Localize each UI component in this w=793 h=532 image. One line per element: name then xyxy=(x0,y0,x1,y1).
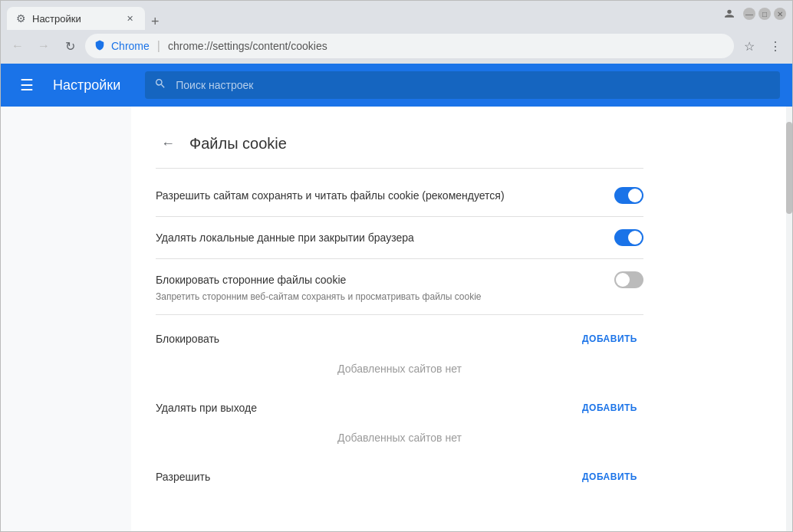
tabs-area: ⚙ Настройки ✕ + xyxy=(7,1,716,30)
toggle-allow-cookies-slider xyxy=(614,187,643,204)
settings-search-box[interactable] xyxy=(145,71,780,99)
browser-menu-button[interactable]: ⋮ xyxy=(765,35,786,57)
tab-icon: ⚙ xyxy=(16,12,26,25)
section-delete-on-exit-empty-message: Добавленных сайтов нет xyxy=(156,422,643,453)
settings-page: ← Файлы cookie Разрешить сайтам сохранят… xyxy=(131,107,668,504)
section-block-label: Блокировать xyxy=(156,333,219,345)
section-allow-label: Разрешить xyxy=(156,471,210,483)
section-allow-add-button[interactable]: ДОБАВИТЬ xyxy=(576,468,643,485)
forward-button[interactable]: → xyxy=(33,35,54,57)
window-controls: — □ ✕ xyxy=(719,1,786,30)
bookmark-icon: ☆ xyxy=(744,39,755,54)
setting-allow-cookies-label: Разрешить сайтам сохранять и читать файл… xyxy=(156,189,505,202)
setting-block-third-party-label: Блокировать сторонние файлы cookie xyxy=(156,274,346,286)
back-icon: ← xyxy=(12,39,24,53)
scrollbar-thumb[interactable] xyxy=(786,122,792,214)
active-tab[interactable]: ⚙ Настройки ✕ xyxy=(7,7,145,30)
toggle-allow-cookies[interactable] xyxy=(614,187,643,204)
tab-title: Настройки xyxy=(32,13,117,25)
reload-button[interactable]: ↻ xyxy=(59,35,81,57)
toggle-delete-on-close[interactable] xyxy=(614,229,643,246)
section-block-header: Блокировать ДОБАВИТЬ xyxy=(156,315,643,353)
svg-point-0 xyxy=(727,10,731,14)
toggle-delete-on-close-slider xyxy=(614,229,643,246)
settings-header-bar: ☰ Настройки xyxy=(1,64,792,107)
page-back-button[interactable]: ← xyxy=(156,131,180,156)
scrollbar-track[interactable] xyxy=(786,107,792,531)
browser-toolbar: ← → ↻ Chrome | chrome://settings/content… xyxy=(1,30,792,64)
new-tab-button[interactable]: + xyxy=(145,14,160,30)
search-icon xyxy=(154,77,166,93)
section-block-add-button[interactable]: ДОБАВИТЬ xyxy=(576,330,643,347)
section-delete-on-exit-add-button[interactable]: ДОБАВИТЬ xyxy=(576,399,643,416)
maximize-button[interactable]: □ xyxy=(758,8,771,20)
browser-menu-icon: ⋮ xyxy=(769,39,781,54)
setting-block-third-party-sublabel: Запретить сторонним веб-сайтам сохранять… xyxy=(156,291,643,302)
bookmark-button[interactable]: ☆ xyxy=(739,35,760,57)
address-bar[interactable]: Chrome | chrome://settings/content/cooki… xyxy=(85,34,734,58)
forward-icon: → xyxy=(38,39,50,53)
toggle-block-third-party[interactable] xyxy=(614,271,643,288)
minimize-button[interactable]: — xyxy=(743,8,755,20)
hamburger-icon: ☰ xyxy=(20,76,34,94)
setting-block-third-party: Блокировать сторонние файлы cookie Запре… xyxy=(156,259,643,315)
address-url: chrome://settings/content/cookies xyxy=(168,40,327,52)
page-title: Файлы cookie xyxy=(189,135,287,153)
back-button[interactable]: ← xyxy=(7,35,28,57)
reload-icon: ↻ xyxy=(65,39,75,54)
new-tab-icon: + xyxy=(151,14,160,30)
section-allow-header: Разрешить ДОБАВИТЬ xyxy=(156,453,643,491)
settings-page-area: ← Файлы cookie Разрешить сайтам сохранят… xyxy=(131,107,786,531)
browser-name-label: Chrome xyxy=(111,40,150,52)
toggle-block-third-party-slider xyxy=(614,271,643,288)
search-input[interactable] xyxy=(176,79,771,91)
page-header: ← Файлы cookie xyxy=(156,119,643,169)
section-delete-on-exit-label: Удалять при выходе xyxy=(156,402,257,414)
section-block-empty-message: Добавленных сайтов нет xyxy=(156,353,643,384)
section-delete-on-exit-header: Удалять при выходе ДОБАВИТЬ xyxy=(156,384,643,422)
setting-delete-on-close: Удалять локальные данные при закрытии бр… xyxy=(156,217,643,259)
browser-window: ⚙ Настройки ✕ + — □ ✕ ← → ↻ xyxy=(0,0,793,532)
setting-delete-on-close-label: Удалять локальные данные при закрытии бр… xyxy=(156,232,414,244)
section-block-empty: Добавленных сайтов нет xyxy=(156,353,643,384)
setting-block-third-party-row: Блокировать сторонние файлы cookie xyxy=(156,271,643,288)
main-content: ← Файлы cookie Разрешить сайтам сохранят… xyxy=(131,107,786,531)
page-back-icon: ← xyxy=(161,136,175,152)
profile-button[interactable] xyxy=(719,3,740,25)
sidebar xyxy=(1,107,131,531)
address-separator: | xyxy=(157,39,160,53)
close-window-button[interactable]: ✕ xyxy=(774,8,786,20)
setting-allow-cookies: Разрешить сайтам сохранять и читать файл… xyxy=(156,175,643,217)
settings-header-title: Настройки xyxy=(53,77,120,94)
tab-close-button[interactable]: ✕ xyxy=(123,12,136,25)
section-delete-on-exit-empty: Добавленных сайтов нет xyxy=(156,422,643,453)
title-bar: ⚙ Настройки ✕ + — □ ✕ xyxy=(1,1,792,30)
security-icon xyxy=(94,40,105,53)
content-wrapper: ← Файлы cookie Разрешить сайтам сохранят… xyxy=(1,107,792,531)
hamburger-menu-button[interactable]: ☰ xyxy=(13,71,41,99)
